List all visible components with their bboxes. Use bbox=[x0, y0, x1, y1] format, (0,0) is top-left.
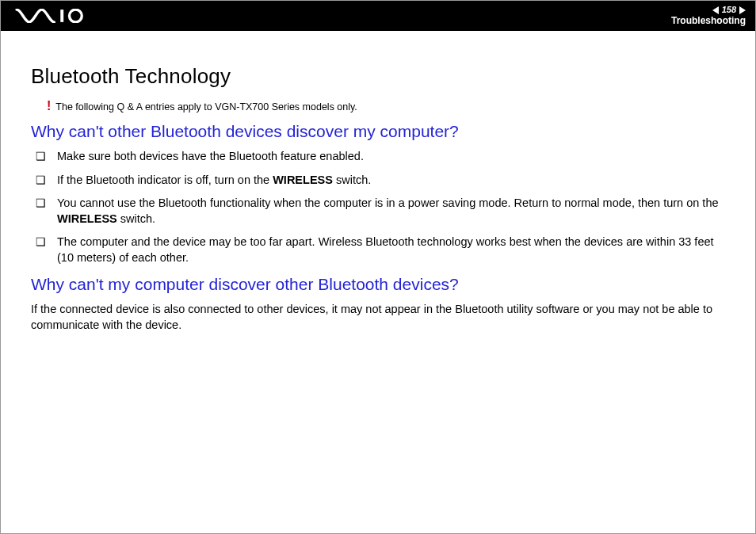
bullet-square-icon: ❑ bbox=[36, 235, 46, 250]
page-title: Bluetooth Technology bbox=[31, 64, 730, 89]
question-2-heading: Why can't my computer discover other Blu… bbox=[31, 275, 730, 294]
document-page: 158 Troubleshooting Bluetooth Technology… bbox=[0, 0, 756, 534]
content-area: Bluetooth Technology ! The following Q &… bbox=[1, 31, 755, 334]
bullet-item: ❑The computer and the device may be too … bbox=[36, 235, 730, 265]
note-text: The following Q & A entries apply to VGN… bbox=[55, 101, 357, 113]
header-bar: 158 Troubleshooting bbox=[1, 1, 755, 31]
question-1-heading: Why can't other Bluetooth devices discov… bbox=[31, 122, 730, 141]
note-row: ! The following Q & A entries apply to V… bbox=[31, 100, 730, 113]
page-number: 158 bbox=[722, 5, 736, 15]
section-label: Troubleshooting bbox=[671, 15, 746, 26]
warning-icon: ! bbox=[47, 100, 51, 113]
question-1-bullets: ❑Make sure both devices have the Bluetoo… bbox=[31, 149, 730, 265]
bullet-item: ❑You cannot use the Bluetooth functional… bbox=[36, 196, 730, 227]
prev-page-icon[interactable] bbox=[712, 6, 719, 14]
svg-point-1 bbox=[70, 10, 82, 22]
bullet-item: ❑If the Bluetooth indicator is off, turn… bbox=[36, 173, 730, 189]
bullet-square-icon: ❑ bbox=[36, 173, 46, 189]
vaio-logo bbox=[13, 9, 90, 23]
bullet-square-icon: ❑ bbox=[36, 196, 46, 212]
vaio-logo-svg bbox=[13, 9, 90, 23]
bullet-square-icon: ❑ bbox=[36, 149, 46, 165]
svg-rect-0 bbox=[60, 10, 63, 22]
bullet-text: You cannot use the Bluetooth functionali… bbox=[57, 196, 730, 227]
question-2-paragraph: If the connected device is also connecte… bbox=[31, 302, 730, 333]
page-nav: 158 bbox=[712, 5, 746, 15]
bullet-text: The computer and the device may be too f… bbox=[57, 235, 730, 265]
bullet-text: If the Bluetooth indicator is off, turn … bbox=[57, 173, 371, 189]
bullet-item: ❑Make sure both devices have the Bluetoo… bbox=[36, 149, 730, 165]
header-right: 158 Troubleshooting bbox=[671, 5, 746, 27]
next-page-icon[interactable] bbox=[739, 6, 746, 14]
bullet-text: Make sure both devices have the Bluetoot… bbox=[57, 149, 364, 165]
